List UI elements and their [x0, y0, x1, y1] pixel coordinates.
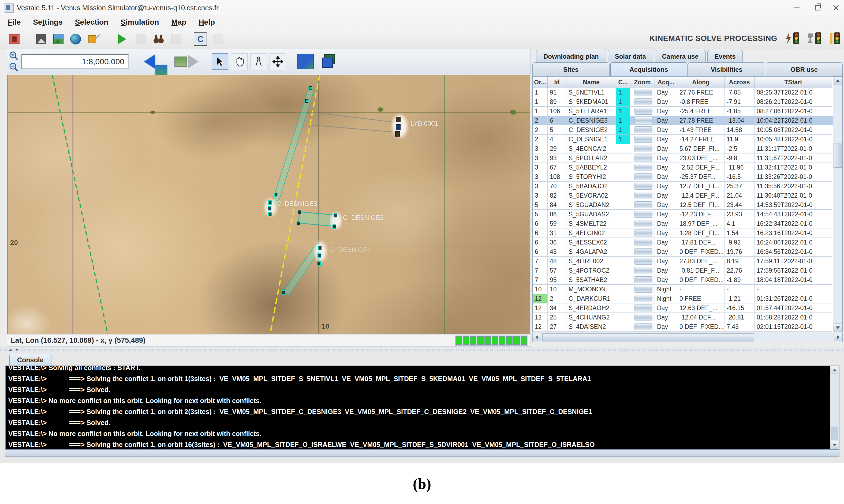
edit-plan-button[interactable] [86, 32, 99, 46]
zoom-widget[interactable] [634, 230, 652, 236]
run-simulation-button[interactable] [116, 32, 129, 46]
tab-camera-use[interactable]: Camera use [655, 50, 706, 62]
zoom-widget[interactable] [634, 98, 652, 105]
zoom-out-button[interactable] [8, 62, 19, 73]
close-button[interactable] [830, 3, 842, 13]
zoom-slider[interactable] [630, 144, 655, 154]
zoom-widget[interactable] [634, 164, 652, 171]
table-row-s5badajo2[interactable]: 370S_5BADAJO2Day12.7 DEF_FI...25.3711:35… [533, 182, 833, 191]
zoom-widget[interactable] [634, 258, 652, 265]
zoom-widget[interactable] [634, 201, 652, 208]
menu-simulation[interactable]: Simulation [121, 18, 159, 26]
column-header-tstart[interactable]: TStart [755, 77, 832, 88]
column-header-c[interactable]: C... [616, 77, 630, 88]
zoom-widget[interactable] [634, 183, 652, 190]
zoom-widget[interactable] [634, 155, 652, 161]
table-row-cdarkcur1[interactable]: 122C_DARKCUR1Night0 FREE-1.2101:31:26T20… [533, 294, 833, 303]
table-row-s4elgin02[interactable]: 631S_4ELGIN02Day1.28 DEF_FI...1.5416:23:… [533, 229, 833, 238]
select-tool-button[interactable] [212, 53, 228, 70]
table-row-s4galapa2[interactable]: 643S_4GALAPA2Day0 DEF_FIXED...19.7616:34… [533, 247, 833, 256]
table-row-s5netivl1[interactable]: 191S_5NETIVL11Day27.76 FREE-7.0508:25:37… [533, 88, 833, 97]
menu-map[interactable]: Map [171, 18, 186, 26]
zoom-slider[interactable] [630, 238, 655, 247]
image-view-button[interactable] [52, 32, 65, 46]
zoom-slider[interactable] [630, 285, 655, 294]
scroll-left-button[interactable] [533, 333, 541, 341]
scroll-thumb[interactable] [833, 144, 842, 168]
zoom-widget[interactable] [634, 220, 652, 227]
zoom-slider[interactable] [630, 266, 655, 275]
zoom-widget[interactable] [634, 126, 652, 133]
zoom-slider[interactable] [630, 172, 655, 182]
zoom-slider[interactable] [630, 247, 655, 256]
menu-selection[interactable]: Selection [75, 18, 108, 26]
scroll-down-button[interactable] [833, 324, 842, 332]
table-row-s4smelt22[interactable]: 659S_4SMELT22Day18.97 DEF_...4.116:22:34… [533, 219, 833, 229]
zoom-slider[interactable] [630, 313, 655, 322]
zoom-widget[interactable] [634, 314, 652, 321]
search-button[interactable] [152, 32, 165, 46]
restore-button[interactable] [812, 3, 824, 13]
table-row-s5guadas2[interactable]: 586S_5GUADAS2Day-12.23 DEF...23.9314:54:… [533, 210, 833, 219]
splitter-handle[interactable] [8, 347, 19, 353]
zoom-slider[interactable] [630, 135, 655, 144]
minimize-button[interactable] [791, 3, 803, 13]
zoom-widget[interactable] [634, 89, 652, 96]
zoom-widget[interactable] [634, 192, 652, 199]
table-row-s4erdaoh2[interactable]: 1234S_4ERDAOH2Day12.63 DEF_...-16.1501:5… [533, 303, 833, 313]
zoom-widget[interactable] [634, 295, 652, 302]
map-layer-button[interactable] [297, 53, 315, 70]
table-vertical-scrollbar[interactable] [833, 77, 842, 332]
image-export-button[interactable] [35, 32, 48, 46]
scroll-up-button[interactable] [833, 77, 842, 85]
column-header-name[interactable]: Name [566, 77, 616, 88]
zoom-slider[interactable] [630, 107, 655, 116]
table-row-s5kedma01[interactable]: 189S_5KEDMA011Day-0.8 FREE-7.9108:26:21T… [533, 97, 833, 107]
zoom-widget[interactable] [634, 276, 652, 283]
table-row-s5telara1[interactable]: 1106S_5TELARA11Day-25.4 FREE-1.8508:27:0… [533, 107, 833, 116]
scroll-right-button[interactable] [834, 333, 842, 341]
table-row-s4essex02[interactable]: 636S_4ESSEX02Day-17.81 DEF...-9.9216:24:… [533, 238, 833, 247]
column-header-id[interactable]: Id [548, 77, 566, 88]
zoom-slider[interactable] [630, 303, 655, 313]
zoom-slider[interactable] [630, 275, 655, 285]
map-canvas[interactable]: LYBI6001C_DESNIGE3C_DESNIGE2C_DESNIGE120… [7, 75, 530, 334]
table-row-s4ecncai2[interactable]: 329S_4ECNCAI2Day5.67 DEF_FI...-2.511:31:… [533, 144, 833, 154]
zoom-slider[interactable] [630, 219, 655, 229]
panel-splitter[interactable] [0, 347, 844, 353]
table-row-s5abbeyl2[interactable]: 367S_5ABBEYL2Day-2.52 DEF_F...-11.9611:3… [533, 163, 833, 172]
tab-acquisitions[interactable]: Acquisitions [610, 62, 688, 76]
zoom-slider[interactable] [630, 154, 655, 163]
zoom-widget[interactable] [634, 117, 652, 124]
site-marker-lybi6001[interactable] [395, 117, 400, 136]
table-row-s5pollar2[interactable]: 393S_5POLLAR2Day23.03 DEF_...-9.811:31:5… [533, 154, 833, 163]
table-row-s5evora02[interactable]: 382S_5EVORA02Day-12.4 DEF_F...21.0411:36… [533, 191, 833, 200]
zoom-slider[interactable] [630, 125, 655, 135]
table-row-s4daisen2[interactable]: 1227S_4DAISEN2Day0 DEF_FIXED...7.4302:01… [533, 322, 833, 331]
zoom-widget[interactable] [634, 108, 652, 114]
zoom-slider[interactable] [630, 200, 655, 210]
table-row-cdesnige1[interactable]: 24C_DESNIGE11Day-14.27 FREE11.910:05:48T… [533, 135, 833, 144]
column-header-along[interactable]: Along [678, 77, 724, 88]
swath-desnige3[interactable] [272, 88, 314, 205]
tab-downloading-plan[interactable]: Downloading plan [536, 50, 606, 62]
globe-button[interactable] [69, 32, 82, 46]
menu-settings[interactable]: Settings [33, 18, 63, 26]
column-header-zoom[interactable]: Zoom [630, 77, 655, 88]
zoom-in-button[interactable] [8, 51, 19, 61]
menu-file[interactable]: File [8, 18, 21, 26]
console-output[interactable]: VESTALE:\> Solving all conflicts : START… [5, 365, 840, 450]
zoom-widget[interactable] [634, 211, 652, 218]
scroll-thumb[interactable] [542, 334, 754, 341]
zoom-widget[interactable] [634, 145, 652, 152]
zoom-slider[interactable] [630, 182, 655, 191]
zoom-slider[interactable] [630, 256, 655, 266]
table-row-s5sathab2[interactable]: 795S_5SATHAB2Day0 DEF_FIXED...-1.8918:04… [533, 275, 833, 285]
console-vertical-scrollbar[interactable] [830, 366, 839, 449]
table-row-cdesnige2[interactable]: 25C_DESNIGE21Day-1.43 FREE14.5810:05:08T… [533, 125, 833, 135]
move-tool-button[interactable] [269, 53, 286, 70]
scroll-up-button[interactable] [831, 366, 838, 374]
tab-obr-use[interactable]: OBR use [766, 62, 843, 76]
map-scale-input[interactable] [21, 54, 129, 69]
zoom-widget[interactable] [634, 267, 652, 274]
